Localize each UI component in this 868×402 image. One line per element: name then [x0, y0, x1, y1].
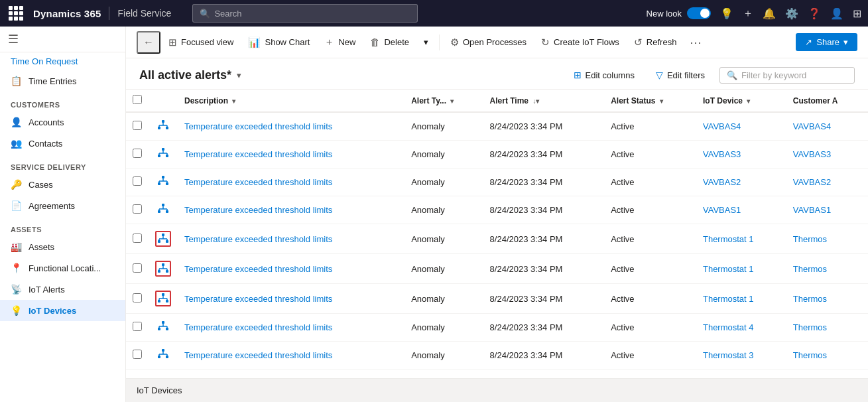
row-checkbox-cell[interactable] [126, 168, 149, 196]
sidebar-item-functional-locations[interactable]: 📍 Functional Locati... [0, 257, 125, 279]
row-checkbox-cell[interactable] [126, 196, 149, 224]
share-button[interactable]: ↗ Share ▾ [796, 33, 857, 51]
row-checkbox-cell[interactable] [126, 342, 149, 369]
row-customer[interactable]: VAVBAS3 [786, 141, 868, 168]
row-checkbox[interactable] [133, 293, 142, 302]
row-checkbox-cell[interactable] [126, 141, 149, 168]
row-description[interactable]: Temperature exceeded threshold limits [178, 342, 404, 369]
user-icon[interactable]: 👤 [830, 7, 843, 20]
app-icon[interactable]: ⊞ [853, 7, 861, 20]
row-customer[interactable]: VAVBAS1 [786, 196, 868, 224]
row-description[interactable]: Temperature exceeded threshold limits [178, 284, 404, 314]
row-customer[interactable]: VAVBAS2 [786, 168, 868, 196]
waffle-menu[interactable] [7, 4, 25, 23]
help-icon[interactable]: ❓ [808, 7, 821, 20]
row-customer[interactable]: Thermos [786, 254, 868, 284]
alert-status-header[interactable]: Alert Status ▾ [604, 90, 696, 112]
row-checkbox[interactable] [133, 234, 142, 243]
row-alert-status: Active [604, 342, 696, 369]
dropdown-arrow-button[interactable]: ▾ [417, 33, 435, 51]
row-checkbox[interactable] [133, 121, 142, 130]
edit-filters-label: Edit filters [667, 70, 705, 80]
description-header[interactable]: Description ▾ [178, 90, 404, 112]
refresh-button[interactable]: ↺ Refresh [627, 33, 684, 52]
lightbulb-icon[interactable]: 💡 [720, 7, 733, 20]
row-description[interactable]: Temperature exceeded threshold limits [178, 168, 404, 196]
sidebar-item-iot-devices[interactable]: 💡 IoT Devices [0, 300, 125, 321]
list-title-dropdown[interactable]: ▾ [237, 70, 241, 80]
add-icon[interactable]: ＋ [743, 7, 753, 21]
new-button[interactable]: ＋ New [318, 32, 362, 52]
list-header: All active alerts* ▾ ⊞ Edit columns ▽ Ed… [126, 58, 868, 90]
sidebar-item-cases[interactable]: 🔑 Cases [0, 174, 125, 195]
row-description[interactable]: Temperature exceeded threshold limits [178, 141, 404, 168]
sidebar-item-iot-alerts[interactable]: 📡 IoT Alerts [0, 279, 125, 300]
row-customer[interactable]: Thermos [786, 342, 868, 369]
sidebar-item-accounts[interactable]: 👤 Accounts [0, 111, 125, 133]
row-description[interactable]: Temperature exceeded threshold limits [178, 314, 404, 342]
row-iot-device[interactable]: VAVBAS1 [696, 196, 786, 224]
new-look-switch[interactable] [687, 7, 711, 19]
row-iot-device[interactable]: VAVBAS4 [696, 112, 786, 141]
row-checkbox-cell[interactable] [126, 314, 149, 342]
back-button[interactable]: ← [137, 31, 160, 54]
row-checkbox[interactable] [133, 149, 142, 158]
row-checkbox[interactable] [133, 322, 142, 331]
row-customer[interactable]: VAVBAS4 [786, 112, 868, 141]
row-checkbox-cell[interactable] [126, 254, 149, 284]
row-iot-device[interactable]: Thermostat 1 [696, 284, 786, 314]
iot-device-header[interactable]: IoT Device ▾ [696, 90, 786, 112]
row-checkbox[interactable] [133, 176, 142, 186]
row-checkbox[interactable] [133, 204, 142, 214]
edit-filters-button[interactable]: ▽ Edit filters [649, 66, 712, 84]
sidebar-item-time-on-request[interactable]: Time On Request [0, 52, 125, 70]
row-checkbox-cell[interactable] [126, 284, 149, 314]
delete-button[interactable]: 🗑 Delete [363, 33, 416, 52]
row-description[interactable]: Temperature exceeded threshold limits [178, 112, 404, 141]
row-iot-device[interactable]: Thermostat 4 [696, 314, 786, 342]
row-checkbox-cell[interactable] [126, 224, 149, 254]
row-iot-device[interactable]: Thermostat 1 [696, 224, 786, 254]
row-iot-device[interactable]: Thermostat 3 [696, 342, 786, 369]
search-input[interactable] [214, 9, 410, 19]
edit-columns-button[interactable]: ⊞ Edit columns [567, 66, 641, 84]
open-processes-button[interactable]: ⚙ Open Processes [444, 33, 533, 52]
row-customer[interactable]: Thermos [786, 314, 868, 342]
row-description[interactable]: Temperature exceeded threshold limits [178, 224, 404, 254]
search-bar[interactable]: 🔍 [192, 4, 418, 23]
row-alert-type: Anomaly [404, 342, 483, 369]
show-chart-button[interactable]: 📊 Show Chart [241, 33, 316, 52]
row-node-icon [155, 231, 171, 247]
row-customer[interactable]: Thermos [786, 284, 868, 314]
focused-view-button[interactable]: ⊞ Focused view [162, 33, 240, 52]
notification-icon[interactable]: 🔔 [763, 7, 776, 20]
row-description[interactable]: Temperature exceeded threshold limits [178, 254, 404, 284]
sidebar-item-assets[interactable]: 🏭 Assets [0, 236, 125, 257]
hamburger-menu[interactable]: ☰ [8, 32, 19, 46]
row-description[interactable]: Temperature exceeded threshold limits [178, 196, 404, 224]
row-checkbox-cell[interactable] [126, 112, 149, 141]
select-all-checkbox[interactable] [133, 95, 142, 104]
sidebar-item-time-entries[interactable]: 📋 Time Entries [0, 70, 125, 92]
more-options-button[interactable]: ⋯ [684, 31, 707, 54]
sidebar-item-agreements[interactable]: 📄 Agreements [0, 195, 125, 216]
list-title: All active alerts* [139, 68, 231, 82]
row-iot-device[interactable]: VAVBAS3 [696, 141, 786, 168]
create-iot-flows-button[interactable]: ↻ Create IoT Flows [534, 33, 626, 52]
row-checkbox[interactable] [133, 263, 142, 273]
row-customer[interactable]: Thermos [786, 224, 868, 254]
alert-type-header[interactable]: Alert Ty... ▾ [404, 90, 483, 112]
row-icon-cell [149, 196, 178, 224]
settings-icon[interactable]: ⚙️ [785, 7, 798, 20]
alert-time-header[interactable]: Alert Time ↓▾ [483, 90, 605, 112]
row-iot-device[interactable]: VAVBAS2 [696, 168, 786, 196]
svg-rect-22 [158, 210, 160, 213]
keyword-filter-input[interactable] [741, 70, 847, 80]
row-checkbox[interactable] [133, 350, 142, 359]
bottom-bar-text: IoT Devices [137, 385, 182, 395]
row-iot-device[interactable]: Thermostat 1 [696, 254, 786, 284]
sidebar-item-contacts[interactable]: 👥 Contacts [0, 133, 125, 154]
assets-section-label: Assets [0, 216, 125, 236]
select-all-header[interactable] [126, 90, 149, 112]
keyword-filter[interactable]: 🔍 [719, 67, 855, 84]
